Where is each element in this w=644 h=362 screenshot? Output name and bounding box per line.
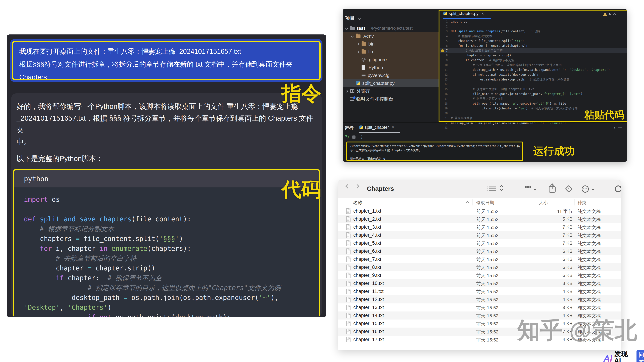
lib-icon xyxy=(350,89,354,93)
run-toolwindow-label[interactable]: 运行 xyxy=(344,125,354,131)
editor-line[interactable]: 1import os xyxy=(440,19,627,24)
file-row-chapter_8.txt[interactable]: chapter_8.txt前天 15:526 KB纯文本文稿 xyxy=(338,263,621,271)
file-row-chapter_5.txt[interactable]: chapter_5.txt前天 15:527 KB纯文本文稿 xyxy=(338,239,621,247)
file-kind: 纯文本文稿 xyxy=(578,281,601,287)
editor-line[interactable]: 9 if chapter: # 确保章节不为空 xyxy=(440,58,627,63)
column-divider[interactable] xyxy=(472,199,473,205)
warning-icon xyxy=(603,12,607,16)
cfg-icon xyxy=(362,74,366,74)
editor-line[interactable]: 3def split_and_save_chapters(file_conten… xyxy=(440,29,627,34)
code-token: 'utf-8' xyxy=(537,102,550,105)
sidebar-item--venv[interactable]: .venv xyxy=(343,32,439,40)
editor-line[interactable]: 15 # 创建章节文件名，例如 chapter_01.txt xyxy=(440,87,627,92)
file-row-chapter_9.txt[interactable]: chapter_9.txt前天 15:526 KB纯文本文稿 xyxy=(338,271,621,279)
file-row-chapter_6.txt[interactable]: chapter_6.txt前天 15:526 KB纯文本文稿 xyxy=(338,247,621,255)
code-token: in xyxy=(486,44,489,47)
file-row-chapter_7.txt[interactable]: chapter_7.txt前天 15:526 KB纯文本文稿 xyxy=(338,255,621,263)
line-number: 3 xyxy=(440,29,448,34)
sidebar-item-bin[interactable]: bin xyxy=(343,40,439,48)
tag-icon[interactable] xyxy=(565,185,572,193)
sidebar-item--[interactable]: 外部库 xyxy=(343,87,439,95)
editor-line[interactable]: 17 # 将章节内容写入文件 xyxy=(440,96,627,101)
group-view-icon[interactable] xyxy=(524,186,531,192)
more-options-icon[interactable]: ⋮ xyxy=(360,135,364,140)
code-token: 1 xyxy=(568,92,570,96)
code-token: , xyxy=(60,304,68,311)
file-row-chapter_10.txt[interactable]: chapter_10.txt前天 15:528 KB纯文本文稿 xyxy=(338,279,621,287)
inspection-widget[interactable]: 4 xyxy=(603,12,616,16)
code-token xyxy=(24,245,40,252)
editor-line[interactable]: 13 os.makedirs(desktop_path) # 如果目录不存在，则… xyxy=(440,77,627,82)
file-row-chapter_1.txt[interactable]: chapter_1.txt前天 15:5211 字节纯文本文稿 xyxy=(338,207,621,215)
project-panel-header[interactable]: 项目 xyxy=(345,15,363,21)
editor-line[interactable]: 11 desktop_path = os.path.join(os.path.e… xyxy=(440,67,627,72)
stop-icon[interactable] xyxy=(352,135,356,139)
code-token: import xyxy=(451,20,462,23)
code-token: os xyxy=(462,20,467,23)
code-token: 'Chapters' xyxy=(590,68,608,72)
close-icon[interactable]: × xyxy=(482,11,484,16)
column-header-kind[interactable]: 种类 xyxy=(578,200,586,206)
text-document-icon xyxy=(346,281,350,286)
search-icon[interactable] xyxy=(615,185,621,192)
brand-footer: AI 发现AI FAXIANAI.COM 问答 xyxy=(604,350,644,362)
column-header-size[interactable]: 大小 xyxy=(539,200,548,206)
file-date-modified: 前天 15:52 xyxy=(476,313,498,319)
editor-line[interactable]: 12 if not os.path.exists(desktop_path): xyxy=(440,72,627,77)
editor-line[interactable]: 8 chapter = chapter.strip() xyxy=(440,53,627,58)
list-view-icon[interactable] xyxy=(489,187,496,187)
editor-line[interactable]: 5 chapters = file_content.split('§§§') xyxy=(440,38,627,43)
file-row-chapter_12.txt[interactable]: chapter_12.txt前天 15:524 KB纯文本文稿 xyxy=(338,295,621,304)
editor-line[interactable]: 16 file_name = os.path.join(desktop_path… xyxy=(440,92,627,96)
line-number: 16 xyxy=(440,92,448,97)
tab-split-chapter-py[interactable]: split_chapter.py × xyxy=(444,11,484,16)
editor-line[interactable]: 18 with open(file_name, 'w', encoding='u… xyxy=(440,101,627,106)
file-kind: 纯文本文稿 xyxy=(578,265,601,271)
sidebar-item--python[interactable]: .Python xyxy=(343,63,439,71)
file-row-chapter_13.txt[interactable]: chapter_13.txt前天 15:523 KB纯文本文稿 xyxy=(338,304,621,312)
editor-line[interactable]: 7 # 去除章节前后的空白字符 xyxy=(440,48,627,53)
run-panel-window-icons[interactable]: ⋮ — xyxy=(612,125,622,130)
sidebar-item--[interactable]: 临时文件和控制台 xyxy=(343,95,439,103)
code-token: desktop_path xyxy=(24,294,124,302)
editor-line[interactable]: 6 for i, chapter in enumerate(chapters): xyxy=(440,43,627,48)
editor-line[interactable]: 14 xyxy=(440,82,627,87)
more-actions-icon[interactable]: ··· xyxy=(582,185,589,193)
sidebar-item-test[interactable]: test~/PycharmProjects/test xyxy=(343,24,439,32)
file-row-chapter_3.txt[interactable]: chapter_3.txt前天 15:527 KB纯文本文稿 xyxy=(338,223,621,231)
column-header-name[interactable]: 名称 xyxy=(353,200,362,206)
forward-icon[interactable] xyxy=(355,184,359,189)
code-token xyxy=(96,314,100,317)
sidebar-item-split-chapter-py[interactable]: split_chapter.py xyxy=(343,79,439,87)
sidebar-item-lib[interactable]: lib xyxy=(343,48,439,56)
sidebar-item--gitignore[interactable]: .gitignore xyxy=(343,56,439,63)
close-icon[interactable]: × xyxy=(392,125,394,130)
code-token: 'Chapters' xyxy=(68,304,108,311)
share-icon[interactable] xyxy=(549,186,556,193)
chevron-down-icon[interactable] xyxy=(592,188,594,191)
file-size: 6 KB xyxy=(544,257,572,262)
file-row-chapter_2.txt[interactable]: chapter_2.txt前天 15:525 KB纯文本文稿 xyxy=(338,215,621,223)
back-icon[interactable] xyxy=(346,184,350,189)
editor-line[interactable]: 4 # 根据章节标记分割文本 xyxy=(440,34,627,38)
file-row-chapter_4.txt[interactable]: chapter_4.txt前天 15:527 KB纯文本文稿 xyxy=(338,231,621,239)
run-tab-split-chapter[interactable]: split_chapter × xyxy=(359,125,394,130)
sort-arrows-icon[interactable] xyxy=(500,185,502,190)
console-scroll-icons[interactable]: ↑↓ xyxy=(344,143,346,157)
tree-item-label: .Python xyxy=(367,65,383,70)
editor-line[interactable]: 10 # 指定保存章节的目录，这里以桌面上的"Chapters"文件夹为例 xyxy=(440,63,627,67)
chevron-down-icon[interactable] xyxy=(534,188,536,191)
code-line: desktop_path = os.path.join(os.path.expa… xyxy=(24,293,309,303)
editor-line[interactable]: 2 xyxy=(440,24,627,29)
chevron-right-icon xyxy=(345,90,348,92)
rerun-icon[interactable]: ↻ xyxy=(345,134,349,140)
lightbulb-icon[interactable] xyxy=(441,49,444,52)
editor-code-area[interactable]: 1import os23def split_and_save_chapters(… xyxy=(440,19,627,122)
assistant-text: 中。 xyxy=(11,136,322,148)
code-token: '~' xyxy=(559,68,564,72)
editor-tab-label: split_chapter.py xyxy=(449,11,478,16)
sidebar-item-pyvenv-cfg[interactable]: pyvenv.cfg xyxy=(343,71,439,79)
column-header-date[interactable]: 修改日期 xyxy=(476,200,494,206)
file-row-chapter_11.txt[interactable]: chapter_11.txt前天 15:524 KB纯文本文稿 xyxy=(338,287,621,295)
column-divider[interactable] xyxy=(574,199,575,205)
